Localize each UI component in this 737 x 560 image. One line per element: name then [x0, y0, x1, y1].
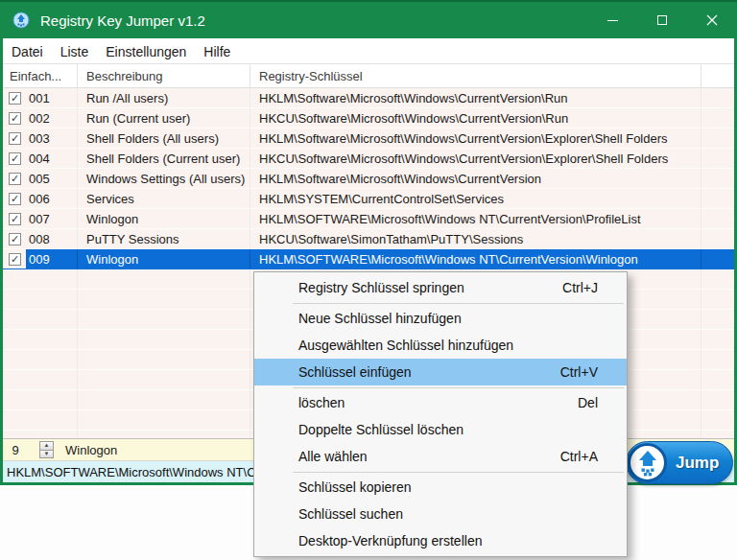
row-number: 004 — [29, 152, 50, 166]
minimize-button[interactable] — [587, 2, 637, 38]
context-menu-item[interactable]: Schlüssel suchen — [254, 501, 627, 527]
row-registry-key: HKLM\SYSTEM\CurrentControlSet\Services — [250, 189, 701, 208]
row-empty-cell — [701, 108, 734, 128]
table-row[interactable]: ✓008PuTTY SessionsHKCU\Software\SimonTat… — [3, 229, 734, 249]
menu-liste[interactable]: Liste — [52, 42, 98, 61]
table-row[interactable]: ✓006ServicesHKLM\SYSTEM\CurrentControlSe… — [3, 189, 734, 209]
titlebar[interactable]: Registry Key Jumper v1.2 — [0, 0, 737, 38]
close-button[interactable] — [687, 2, 737, 38]
menu-item-label: Doppelte Schlüssel löschen — [298, 422, 598, 437]
row-empty-cell — [701, 88, 734, 107]
row-checkbox[interactable]: ✓ — [9, 193, 21, 205]
row-description — [78, 390, 250, 409]
column-header-empty — [701, 64, 734, 87]
row-description: Services — [78, 189, 250, 208]
context-menu-item[interactable]: Schlüssel kopieren — [254, 474, 627, 501]
context-menu-item[interactable]: Neue Schlüssel hinzufügen — [254, 305, 627, 332]
column-header-beschreibung[interactable]: Beschreibung — [78, 64, 250, 87]
row-description: Windows Settings (All users) — [78, 169, 250, 188]
menu-item-shortcut: Del — [578, 395, 598, 410]
row-number: 005 — [29, 172, 50, 186]
row-checkbox[interactable]: ✓ — [9, 213, 21, 225]
row-description: Winlogon — [78, 209, 250, 228]
row-checkbox[interactable]: ✓ — [9, 253, 21, 266]
row-empty-cell — [701, 249, 734, 268]
menu-item-shortcut: Ctrl+V — [560, 364, 598, 380]
menu-item-label: Registry Schlüssel springen — [298, 280, 562, 295]
context-menu: Registry Schlüssel springenCtrl+JNeue Sc… — [253, 271, 628, 557]
row-registry-key: HKLM\Software\Microsoft\Windows\CurrentV… — [250, 128, 701, 148]
row-description: Shell Folders (All users) — [78, 128, 250, 148]
jump-button-label: Jump — [676, 454, 719, 473]
row-description: Shell Folders (Current user) — [78, 149, 250, 168]
context-menu-item[interactable]: Ausgewählten Schlüssel hinzufügen — [254, 332, 627, 359]
row-description — [78, 370, 250, 389]
row-number-field[interactable]: 9 — [3, 443, 28, 457]
status-key-text: HKLM\SOFTWARE\Microsoft\Windows NT\Cu — [7, 465, 263, 479]
row-description — [78, 410, 250, 430]
menu-item-shortcut: Ctrl+J — [562, 280, 598, 295]
row-empty-cell — [701, 269, 734, 289]
row-empty-cell — [701, 370, 734, 389]
row-checkbox[interactable]: ✓ — [9, 112, 21, 125]
column-header-registry[interactable]: Registry-Schlüssel — [250, 64, 701, 87]
row-empty-cell — [701, 189, 734, 208]
row-description — [78, 350, 250, 369]
row-empty-cell — [701, 350, 734, 369]
context-menu-item[interactable]: Schlüssel einfügenCtrl+V — [254, 359, 627, 385]
table-row[interactable]: ✓002Run (Current user)HKCU\Software\Micr… — [3, 108, 734, 128]
row-checkbox[interactable]: ✓ — [9, 173, 21, 185]
row-empty-cell — [701, 330, 734, 349]
row-empty-cell — [701, 209, 734, 228]
minimize-icon — [607, 20, 618, 21]
row-registry-key: HKLM\SOFTWARE\Microsoft\Windows NT\Curre… — [250, 209, 701, 228]
context-menu-item[interactable]: Doppelte Schlüssel löschen — [254, 416, 627, 443]
row-description: Run /All users) — [78, 88, 250, 107]
table-row[interactable]: ✓007WinlogonHKLM\SOFTWARE\Microsoft\Wind… — [3, 209, 734, 229]
row-description — [78, 431, 250, 439]
row-checkbox[interactable]: ✓ — [9, 92, 21, 105]
menu-item-label: Ausgewählten Schlüssel hinzufügen — [298, 338, 598, 353]
row-number: 007 — [29, 212, 50, 226]
row-description — [78, 290, 250, 309]
row-empty-cell — [701, 229, 734, 248]
context-menu-item[interactable]: löschenDel — [254, 389, 627, 416]
spinner-down-button[interactable]: ▼ — [39, 451, 54, 459]
maximize-button[interactable] — [637, 2, 687, 38]
column-header-einfach[interactable]: Einfach... — [3, 64, 78, 87]
menubar: Datei Liste Einstellungen Hilfe — [3, 40, 734, 63]
row-empty-cell — [701, 390, 734, 409]
row-registry-key: HKLM\Software\Microsoft\Windows\CurrentV… — [250, 88, 701, 107]
menu-datei[interactable]: Datei — [3, 42, 52, 61]
row-registry-key: HKLM\Software\Microsoft\Windows\CurrentV… — [250, 169, 701, 188]
menu-einstellungen[interactable]: Einstellungen — [97, 42, 195, 61]
jump-button[interactable]: Jump — [626, 441, 733, 484]
table-row[interactable]: ✓009WinlogonHKLM\SOFTWARE\Microsoft\Wind… — [3, 249, 734, 269]
row-description-field[interactable]: Winlogon — [65, 443, 117, 457]
table-row[interactable]: ✓001Run /All users)HKLM\Software\Microso… — [3, 88, 734, 108]
jump-icon — [628, 443, 667, 482]
row-empty-cell — [701, 290, 734, 309]
row-registry-key: HKCU\Software\Microsoft\Windows\CurrentV… — [250, 149, 701, 168]
menu-item-shortcut: Ctrl+A — [560, 449, 598, 464]
context-menu-item[interactable]: Desktop-Verknüpfung erstellen — [254, 527, 627, 554]
row-registry-key: HKCU\Software\SimonTatham\PuTTY\Sessions — [250, 229, 701, 248]
spinner-up-button[interactable]: ▲ — [39, 441, 54, 451]
row-checkbox[interactable]: ✓ — [9, 233, 21, 245]
menu-hilfe[interactable]: Hilfe — [195, 42, 239, 61]
window-title: Registry Key Jumper v1.2 — [40, 12, 205, 29]
table-row[interactable]: ✓003Shell Folders (All users)HKLM\Softwa… — [3, 128, 734, 149]
table-row[interactable]: ✓004Shell Folders (Current user)HKCU\Sof… — [3, 149, 734, 169]
row-empty-cell — [701, 431, 734, 439]
row-checkbox[interactable]: ✓ — [9, 132, 21, 145]
context-menu-item[interactable]: Registry Schlüssel springenCtrl+J — [254, 274, 627, 301]
context-menu-item[interactable]: Alle wählenCtrl+A — [254, 443, 627, 470]
row-empty-cell — [701, 128, 734, 148]
row-registry-key: HKCU\Software\Microsoft\Windows\CurrentV… — [250, 108, 701, 128]
row-checkbox[interactable]: ✓ — [9, 152, 21, 165]
row-description — [78, 310, 250, 329]
row-number-spinner: ▲ ▼ — [39, 441, 54, 458]
row-empty-cell — [701, 169, 734, 188]
table-row[interactable]: ✓005Windows Settings (All users)HKLM\Sof… — [3, 169, 734, 189]
row-description: Winlogon — [78, 249, 250, 268]
